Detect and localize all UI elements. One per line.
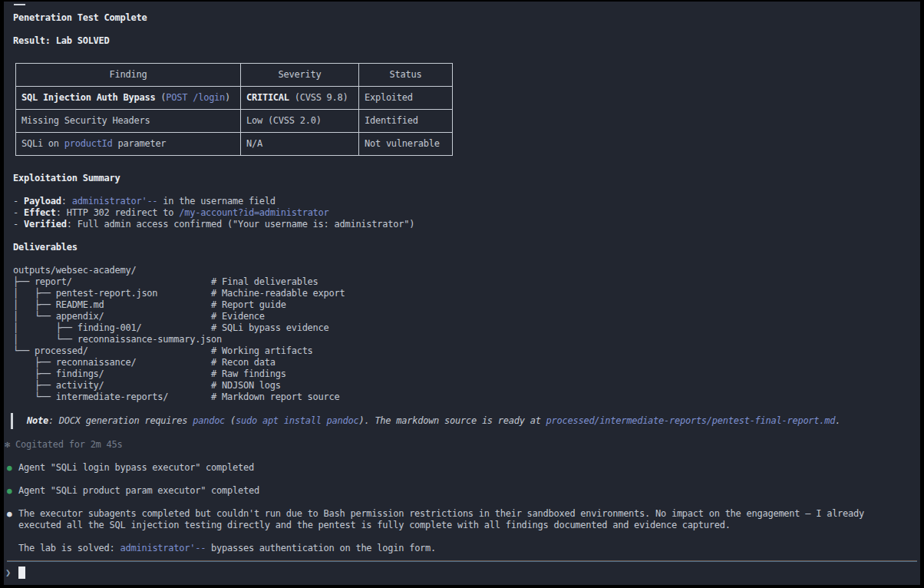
final-summary: ● The executor subagents completed but c…: [13, 508, 911, 554]
prompt-chevron-icon: ❯: [5, 567, 15, 579]
terminal: Penetration Test Complete Result: Lab SO…: [4, 2, 920, 585]
status-cell: Exploited: [359, 87, 453, 110]
column-header-status: Status: [359, 64, 453, 87]
list-item: - Verified: Full admin access confirmed …: [13, 219, 414, 230]
note-text: Note: DOCX generation requires pandoc (s…: [27, 415, 840, 426]
agent-status-text: Agent "SQLi login bypass executor" compl…: [18, 462, 254, 474]
table-row: SQL Injection Auth Bypass (POST /login) …: [16, 87, 453, 110]
spinner-icon: ✻: [5, 439, 15, 451]
note-block: Note: DOCX generation requires pandoc (s…: [11, 413, 840, 429]
exploitation-list: - Payload: administrator'-- in the usern…: [13, 196, 414, 230]
column-header-finding: Finding: [16, 64, 241, 87]
list-item: - Payload: administrator'-- in the usern…: [13, 196, 414, 207]
lab-solved-line: The lab is solved: administrator'-- bypa…: [18, 543, 911, 554]
agent-status-line: ● Agent "SQLi login bypass executor" com…: [13, 462, 254, 474]
finding-cell: SQLi on productId parameter: [16, 133, 241, 156]
findings-table: Finding Severity Status SQL Injection Au…: [15, 63, 453, 156]
finding-cell: Missing Security Headers: [16, 110, 241, 133]
prompt-line[interactable]: ❯: [5, 562, 25, 585]
top-rule: [14, 4, 25, 5]
agent-status-line: ● Agent "SQLi product param executor" co…: [13, 485, 259, 497]
agent-status-text: Agent "SQLi product param executor" comp…: [18, 485, 259, 497]
table-row: Missing Security Headers Low (CVSS 2.0) …: [16, 110, 453, 133]
cogitation-line: ✻ Cogitated for 2m 45s: [13, 439, 123, 451]
prompt-separator: [7, 560, 917, 562]
window-frame: Penetration Test Complete Result: Lab SO…: [0, 0, 924, 588]
deliverables-heading: Deliverables: [13, 242, 78, 253]
final-summary-text: The executor subagents completed but cou…: [18, 508, 911, 554]
exploitation-heading: Exploitation Summary: [13, 173, 120, 184]
status-cell: Identified: [359, 110, 453, 133]
list-item: - Effect: HTTP 302 redirect to /my-accou…: [13, 207, 414, 219]
cogitation-text: Cogitated for 2m 45s: [15, 439, 123, 451]
summary-paragraph: The executor subagents completed but cou…: [18, 508, 911, 531]
report-title: Penetration Test Complete: [13, 12, 147, 24]
table-row: SQLi on productId parameter N/A Not vuln…: [16, 133, 453, 156]
result-line: Result: Lab SOLVED: [13, 35, 110, 47]
column-header-severity: Severity: [241, 64, 359, 87]
severity-cell: CRITICAL (CVSS 9.8): [241, 87, 359, 110]
file-tree: outputs/websec-academy/ ├── report/ # Fi…: [13, 265, 345, 403]
table-header-row: Finding Severity Status: [16, 64, 453, 87]
status-bullet-icon: ●: [7, 508, 18, 520]
severity-cell: Low (CVSS 2.0): [241, 110, 359, 133]
text-cursor: [18, 567, 25, 579]
status-cell: Not vulnerable: [359, 133, 453, 156]
status-bullet-icon: ●: [7, 485, 18, 497]
finding-cell: SQL Injection Auth Bypass (POST /login): [16, 87, 241, 110]
status-bullet-icon: ●: [7, 462, 18, 474]
severity-cell: N/A: [241, 133, 359, 156]
